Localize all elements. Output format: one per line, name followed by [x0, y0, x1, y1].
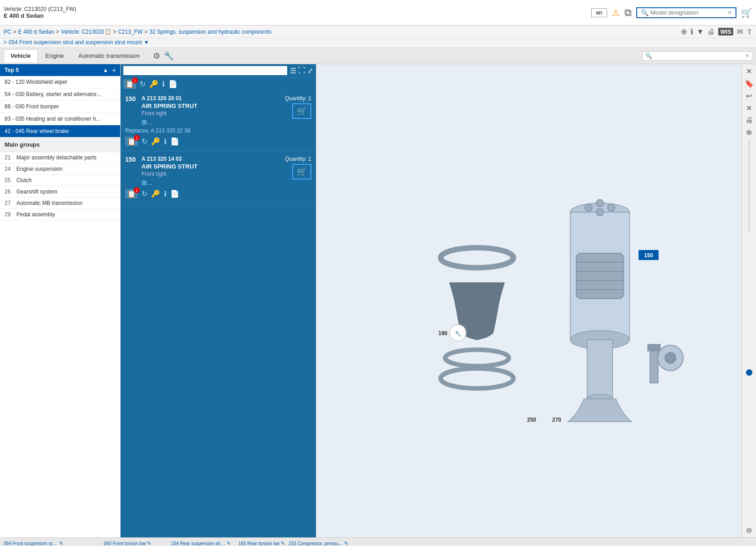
search-clear-icon[interactable]: ✕	[727, 10, 732, 16]
tab-settings-icon[interactable]: ⚙	[153, 51, 160, 61]
tab-search-box[interactable]: 🔍 ✕	[642, 51, 752, 61]
breadcrumb-dropdown-icon[interactable]: ▼	[144, 39, 149, 46]
rt-history-icon[interactable]: ↩	[746, 92, 752, 100]
model-search-input[interactable]	[650, 9, 727, 16]
thumb-edit-154[interactable]: ✎	[227, 541, 231, 546]
thumb-group-233: 233 Compressor, pressure r... ✎	[289, 541, 352, 546]
part1-sub5[interactable]: 📄	[170, 137, 179, 146]
warning-icon[interactable]: ⚠	[612, 7, 620, 18]
part2-sub1[interactable]: 📋1	[125, 189, 138, 199]
thumb-edit-165[interactable]: ✎	[281, 541, 285, 546]
center-panel: ☰ ⛶ ⤢ 📋 1 ↻ 🔑 ℹ 📄 150 A 213 320 20 01	[121, 64, 316, 537]
breadcrumb-054[interactable]: 054 Front suspension strut and suspensio…	[9, 39, 142, 46]
breadcrumb-c213fw[interactable]: C213_FW	[118, 29, 142, 35]
thumb-edit-060[interactable]: ✎	[147, 541, 151, 546]
top5-item-2[interactable]: 54 - 030 Battery, starter and alternator…	[0, 88, 120, 101]
breadcrumb-springs[interactable]: 32 Springs, suspension and hydraulic com…	[149, 29, 271, 35]
part1-cart-btn[interactable]: 🛒	[292, 103, 311, 119]
part2-sub3[interactable]: 🔑	[151, 189, 160, 198]
part1-sub2[interactable]: ↻	[142, 137, 147, 146]
share-icon[interactable]: ⇪	[746, 27, 752, 36]
vehicle-info: Vehicle: C213020 (C213_FW) E 400 d Sedan	[4, 6, 76, 19]
top5-item-5[interactable]: 42 - 045 Rear wheel brake	[0, 125, 120, 138]
thumb-label-054[interactable]: 054 Front suspension strut and suspensio…	[4, 541, 58, 546]
tab-vehicle[interactable]: Vehicle	[4, 49, 38, 62]
tab-search-input[interactable]	[654, 53, 745, 59]
part2-sub4[interactable]: ℹ	[164, 189, 167, 198]
group-24[interactable]: 24 Engine suspension	[0, 163, 120, 175]
rt-zoomin-icon[interactable]: ⊕	[746, 128, 752, 137]
part1-sub1[interactable]: 📋1	[125, 137, 138, 146]
top5-chevron-up[interactable]: ▲	[103, 67, 108, 73]
breadcrumb-vehicle-model[interactable]: E 400 d Sedan	[18, 29, 54, 35]
part2-sub5[interactable]: 📄	[170, 189, 179, 198]
center-sub-icon-1[interactable]: 📋 1	[123, 79, 136, 89]
part2-sub2[interactable]: ↻	[142, 189, 147, 198]
group-26[interactable]: 26 Gearshift system	[0, 186, 120, 198]
parts-illustration: 150 190 🔧 250 270	[377, 169, 695, 433]
part2-cart-btn[interactable]: 🛒	[292, 164, 311, 179]
part2-table-icon[interactable]: ⊞...	[142, 179, 285, 186]
group-27[interactable]: 27 Automatic MB transmission	[0, 198, 120, 209]
part1-sub3[interactable]: 🔑	[151, 137, 160, 146]
bolt-component	[648, 344, 660, 383]
rt-cross-icon[interactable]: ✕	[746, 104, 752, 112]
toolbar-fullscreen-icon[interactable]: ⛶	[298, 66, 305, 75]
group-25[interactable]: 25 Clutch	[0, 175, 120, 186]
wrench-symbol: 🔧	[455, 330, 462, 337]
rt-zoomout-icon[interactable]: ⊖	[746, 526, 752, 535]
model-search-box[interactable]: 🔍 ✕	[636, 7, 736, 18]
rt-close-icon[interactable]: ✕	[746, 67, 752, 76]
breadcrumb-copy-icon[interactable]: 📋	[105, 29, 111, 35]
svg-rect-7	[576, 253, 624, 299]
wis-icon[interactable]: WIS	[718, 28, 733, 36]
top5-item-3[interactable]: 88 - 030 Front bumper	[0, 101, 120, 113]
center-toolbar: ☰ ⛶ ⤢	[121, 64, 316, 77]
toolbar-expand-icon[interactable]: ⤢	[307, 66, 313, 75]
info-icon[interactable]: ℹ	[690, 27, 693, 36]
toolbar-list-icon[interactable]: ☰	[290, 66, 296, 75]
rt-print2-icon[interactable]: 🖨	[746, 116, 753, 124]
center-sub-icon-2[interactable]: ↻	[140, 80, 146, 88]
zoom-in-icon[interactable]: ⊕	[681, 27, 687, 36]
part2-desc: Front right	[142, 171, 285, 177]
breadcrumb-pc[interactable]: PC	[4, 29, 11, 35]
thumb-label-060[interactable]: 060 Front torsion bar	[104, 541, 146, 546]
right-image-panel: 150 190 🔧 250 270 ✕ 🔖 ↩ ✕ 🖨 ⊕	[316, 64, 756, 537]
group-29[interactable]: 29 Pedal assembly	[0, 209, 120, 220]
top5-item-1[interactable]: 82 - 120 Windshield wiper	[0, 76, 120, 88]
rt-slider-thumb[interactable]	[746, 369, 752, 376]
tab-automatic-transmission[interactable]: Automatic transmission	[71, 49, 146, 62]
thumb-edit-233[interactable]: ✎	[344, 541, 348, 546]
label-150-text[interactable]: 150	[644, 252, 653, 259]
thumb-edit-054[interactable]: ✎	[59, 541, 63, 546]
lang-select[interactable]: en	[591, 8, 607, 17]
breadcrumb-vehicle-c213020[interactable]: Vehicle: C213020	[61, 29, 104, 35]
tab-engine[interactable]: Engine	[39, 49, 71, 62]
center-search-input[interactable]	[123, 66, 287, 75]
part1-sub4[interactable]: ℹ	[164, 137, 167, 146]
print-icon[interactable]: 🖨	[707, 28, 715, 36]
top5-double-chevron[interactable]: «	[112, 67, 116, 73]
thumb-label-154[interactable]: 154 Rear suspension strut and suspension…	[171, 541, 226, 546]
part1-table-icon[interactable]: ⊞...	[142, 118, 285, 126]
mail-icon[interactable]: ✉	[737, 27, 743, 36]
copy-icon[interactable]: ⧉	[624, 7, 632, 19]
thumb-label-165[interactable]: 165 Rear torsion bar	[238, 541, 280, 546]
top5-item-4[interactable]: 83 - 035 Heating and air conditioner h..…	[0, 113, 120, 125]
top-cart-icon[interactable]: 🛒	[741, 7, 752, 18]
tab-search-clear[interactable]: ✕	[745, 53, 749, 59]
part2-details: A 213 320 14 03 AIR SPRING STRUT Front r…	[142, 156, 285, 186]
rt-bookmark-icon[interactable]: 🔖	[745, 79, 754, 88]
group-21[interactable]: 21 Major assembly detachable parts	[0, 152, 120, 163]
svg-point-16	[441, 368, 513, 388]
right-toolbar: ✕ 🔖 ↩ ✕ 🖨 ⊕ ⊖	[741, 64, 756, 537]
tab-bike-icon[interactable]: 🔧	[164, 51, 174, 61]
thumb-label-233[interactable]: 233 Compressor, pressure r...	[289, 541, 343, 546]
top5-title: Top 5	[5, 67, 19, 73]
center-sub-icon-4[interactable]: ℹ	[162, 80, 165, 88]
svg-point-3	[585, 204, 592, 211]
center-sub-icon-5[interactable]: 📄	[168, 80, 178, 88]
center-sub-icon-3[interactable]: 🔑	[149, 80, 158, 88]
filter-icon[interactable]: ▼	[697, 28, 704, 36]
